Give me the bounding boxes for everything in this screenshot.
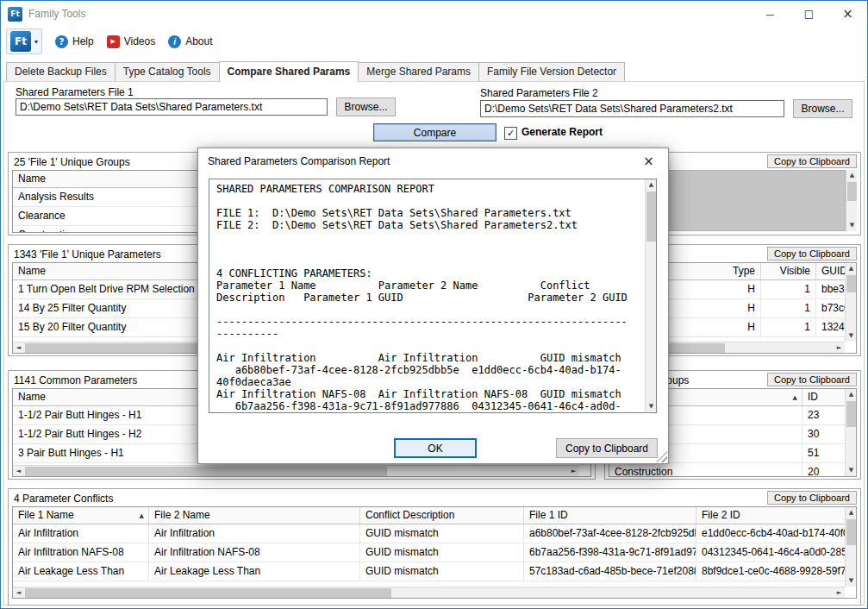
- dialog-close-button[interactable]: ×: [629, 148, 668, 174]
- scroll-down-icon[interactable]: ▼: [846, 220, 858, 231]
- sort-ascending-icon: ▲: [793, 394, 797, 401]
- chevron-down-icon: ▾: [34, 38, 38, 46]
- tab-delete-backup-files[interactable]: Delete Backup Files: [6, 62, 116, 81]
- panel-title: 1141 Common Parameters: [14, 374, 137, 386]
- scroll-right-icon[interactable]: ►: [568, 466, 579, 477]
- scroll-down-icon[interactable]: ▼: [846, 465, 857, 476]
- tab-type-catalog-tools[interactable]: Type Catalog Tools: [115, 62, 220, 81]
- table-row[interactable]: Air Infiltration NAFS-08 Air Infiltratio…: [13, 543, 845, 562]
- help-icon: ?: [55, 35, 68, 48]
- table-row[interactable]: Air Infiltration Air Infiltration GUID m…: [13, 524, 845, 543]
- generate-report-checkbox[interactable]: ✓: [504, 127, 517, 140]
- browse-file1-button[interactable]: Browse...: [336, 97, 396, 116]
- dialog-title: Shared Parameters Comparison Report: [208, 155, 390, 167]
- scroll-up-icon[interactable]: ▲: [846, 263, 857, 274]
- info-icon: i: [168, 35, 181, 48]
- scrollbar-thumb[interactable]: [646, 191, 656, 242]
- videos-button[interactable]: ▶ Videos: [107, 35, 155, 48]
- scrollbar-thumb[interactable]: [847, 182, 857, 201]
- panel-title: 25 'File 1' Unique Groups: [14, 156, 130, 168]
- scroll-up-icon[interactable]: ▲: [646, 179, 657, 191]
- scroll-up-icon[interactable]: ▲: [846, 389, 857, 400]
- ok-button[interactable]: OK: [394, 438, 477, 458]
- app-window: Ft Family Tools — □ × Ft ▾ ? Help ▶ Vide…: [0, 0, 868, 609]
- tab-compare-shared-params[interactable]: Compare Shared Params: [219, 61, 359, 82]
- maximize-button[interactable]: □: [790, 1, 828, 27]
- scroll-down-icon[interactable]: ▼: [846, 330, 857, 342]
- close-button[interactable]: ×: [828, 1, 867, 27]
- tab-family-file-version-detector[interactable]: Family File Version Detector: [478, 62, 625, 81]
- column-header-file2-id[interactable]: File 2 ID: [696, 507, 845, 524]
- scrollbar-thumb[interactable]: [846, 275, 856, 292]
- column-header-visible[interactable]: Visible: [761, 263, 816, 279]
- cell-file1-name: Air Leakage Less Than: [13, 562, 149, 581]
- file1-path-input[interactable]: [16, 98, 328, 116]
- compare-button[interactable]: Compare: [373, 123, 496, 141]
- comparison-report-dialog: Shared Parameters Comparison Report × SH…: [197, 148, 669, 464]
- scroll-right-icon[interactable]: ►: [834, 342, 845, 354]
- scroll-left-icon[interactable]: ◄: [13, 587, 24, 599]
- column-header-conflict-description[interactable]: Conflict Description: [360, 507, 524, 524]
- column-header-file1-id[interactable]: File 1 ID: [524, 507, 696, 524]
- column-header-guid[interactable]: GUID: [816, 263, 845, 279]
- table-row[interactable]: Construction 20: [609, 463, 845, 477]
- vertical-scrollbar[interactable]: ▲ ▼: [845, 263, 856, 342]
- toolbar: Ft ▾ ? Help ▶ Videos i About: [1, 27, 867, 56]
- scrollbar-thumb[interactable]: [25, 467, 387, 476]
- scroll-up-icon[interactable]: ▲: [846, 507, 857, 518]
- help-button[interactable]: ? Help: [55, 35, 94, 48]
- cell-id: 20: [802, 463, 845, 477]
- cell-file2-name: Air Infiltration: [149, 524, 360, 543]
- column-header-file2-name[interactable]: File 2 Name: [149, 507, 360, 524]
- horizontal-scrollbar[interactable]: ◄ ►: [13, 587, 845, 598]
- scrollbar-thumb[interactable]: [846, 401, 856, 427]
- about-button[interactable]: i About: [168, 35, 212, 48]
- cell-file1-id: 6b7aa256-f398-431a-9c71-8f91ad977...: [524, 543, 696, 562]
- cell-file1-name: Air Infiltration: [13, 524, 149, 543]
- copy-to-clipboard-button[interactable]: Copy to Clipboard: [767, 247, 857, 261]
- close-icon: ×: [643, 154, 654, 169]
- dialog-titlebar[interactable]: Shared Parameters Comparison Report ×: [198, 148, 668, 174]
- report-text-area[interactable]: SHARED PARAMETERS COMPARISON REPORT FILE…: [209, 179, 657, 413]
- conflicts-grid: File 1 Name ▲ File 2 Name Conflict Descr…: [12, 506, 857, 599]
- scroll-down-icon[interactable]: ▼: [646, 401, 657, 412]
- vertical-scrollbar[interactable]: ▲ ▼: [845, 507, 856, 587]
- generate-report-label: Generate Report: [521, 126, 603, 138]
- panel-title: 1343 'File 1' Unique Parameters: [14, 248, 161, 261]
- cell-name: Construction: [609, 463, 802, 477]
- tab-merge-shared-params[interactable]: Merge Shared Params: [358, 62, 479, 81]
- cell-guid: bbe3e8: [816, 280, 845, 298]
- copy-to-clipboard-button[interactable]: Copy to Clipboard: [767, 154, 857, 168]
- scrollbar-thumb[interactable]: [25, 588, 391, 598]
- browse-file2-button[interactable]: Browse...: [793, 99, 852, 118]
- column-header-file1-name[interactable]: File 1 Name ▲: [13, 507, 149, 524]
- window-titlebar[interactable]: Ft Family Tools — □ ×: [1, 1, 867, 27]
- cell-file2-id: e1dd0ecc-6cb4-40ad-b174-40f0d...: [696, 524, 845, 543]
- cell-id: 30: [802, 425, 845, 443]
- copy-to-clipboard-button[interactable]: Copy to Clipboard: [767, 491, 857, 505]
- scrollbar-thumb[interactable]: [846, 519, 856, 545]
- vertical-scrollbar[interactable]: ▲ ▼: [846, 170, 857, 231]
- app-menu-button[interactable]: Ft ▾: [6, 28, 42, 54]
- panel-parameter-conflicts: 4 Parameter Conflicts Copy to Clipboard …: [8, 488, 861, 606]
- vertical-scrollbar[interactable]: ▲ ▼: [845, 389, 856, 476]
- cell-conflict-description: GUID mismatch: [360, 543, 524, 562]
- scroll-right-icon[interactable]: ►: [834, 587, 845, 599]
- scroll-left-icon[interactable]: ◄: [13, 342, 24, 354]
- cell-guid: 132477: [816, 318, 845, 336]
- scroll-down-icon[interactable]: ▼: [846, 575, 857, 587]
- minimize-button[interactable]: —: [751, 1, 790, 27]
- maximize-icon: □: [804, 8, 814, 20]
- vertical-scrollbar[interactable]: ▲ ▼: [645, 179, 656, 412]
- cell-file1-name: Air Infiltration NAFS-08: [13, 543, 149, 562]
- table-row[interactable]: Air Leakage Less Than Air Leakage Less T…: [13, 562, 845, 581]
- column-header-id[interactable]: ID: [802, 389, 845, 405]
- copy-to-clipboard-button[interactable]: Copy to Clipboard: [556, 438, 658, 458]
- close-icon: ×: [842, 6, 853, 22]
- scroll-up-icon[interactable]: ▲: [846, 170, 858, 181]
- cell-file2-name: Air Leakage Less Than: [149, 562, 360, 581]
- copy-to-clipboard-button[interactable]: Copy to Clipboard: [767, 373, 857, 386]
- scroll-left-icon[interactable]: ◄: [13, 466, 24, 477]
- horizontal-scrollbar[interactable]: ◄ ►: [13, 465, 579, 476]
- file2-path-input[interactable]: [480, 100, 784, 117]
